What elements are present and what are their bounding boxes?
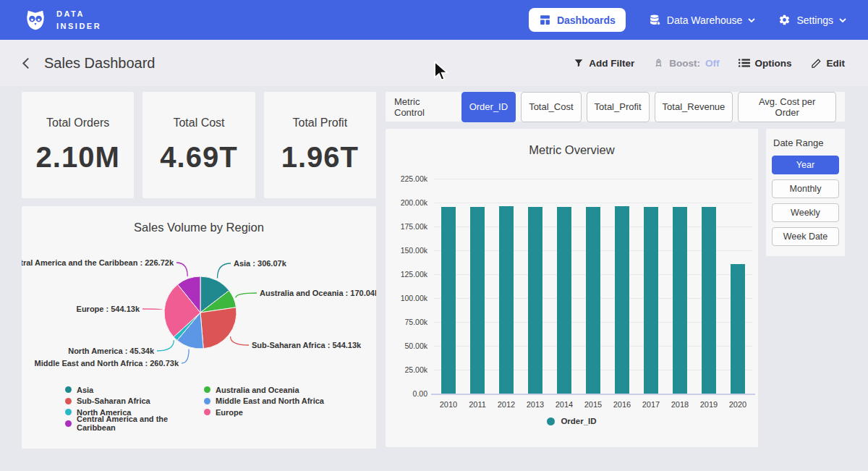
legend-item-asia[interactable]: Asia xyxy=(65,384,204,396)
kpi-row: Total Orders2.10MTotal Cost4.69TTotal Pr… xyxy=(22,92,376,198)
add-filter-label: Add Filter xyxy=(589,58,634,69)
bar-chart: 0.0025.00k50.00k75.00k100.00k125.00k150.… xyxy=(386,129,758,447)
bar-2020[interactable] xyxy=(731,264,745,394)
date-range-option-monthly[interactable]: Monthly xyxy=(772,179,839,198)
pie-chart-card: Sales Volume by Region Asia : 306.07kAus… xyxy=(22,206,376,449)
edit-button[interactable]: Edit xyxy=(811,58,846,69)
y-axis-tick: 125.00k xyxy=(386,270,427,279)
bar-2015[interactable] xyxy=(586,207,600,394)
pencil-icon xyxy=(811,58,822,69)
bar-2010[interactable] xyxy=(441,207,456,394)
metric-control-label: Metric Control xyxy=(394,96,453,118)
dashboards-button[interactable]: Dashboards xyxy=(529,8,626,32)
x-axis-tick: 2018 xyxy=(665,400,694,409)
metric-option-total-cost[interactable]: Total_Cost xyxy=(521,92,581,122)
y-axis-tick: 25.00k xyxy=(386,365,427,374)
settings-menu[interactable]: Settings xyxy=(778,14,846,26)
bar-chart-legend[interactable]: Order_ID xyxy=(386,417,758,425)
legend-dot xyxy=(65,409,72,415)
kpi-value: 1.96T xyxy=(281,141,359,174)
filter-funnel-icon xyxy=(574,58,584,68)
options-button[interactable]: Options xyxy=(739,58,792,69)
pie-legend: AsiaSub-Saharan AfricaNorth AmericaCentr… xyxy=(65,384,324,429)
kpi-card: Total Orders2.10M xyxy=(22,92,134,198)
page-header: Sales Dashboard Add Filter Boost: Off Op… xyxy=(0,40,868,86)
settings-label: Settings xyxy=(796,14,833,26)
metric-option-total-revenue[interactable]: Total_Revenue xyxy=(655,92,733,122)
kpi-card: Total Cost4.69T xyxy=(142,92,255,198)
pie-label-leader xyxy=(236,293,257,297)
pie-slice-label: Sub-Saharan Africa : 544.13k xyxy=(252,341,362,349)
legend-item-sub-saharan-africa[interactable]: Sub-Saharan Africa xyxy=(65,396,204,407)
legend-item-australia-and-oceania[interactable]: Australia and Oceania xyxy=(204,384,324,396)
legend-dot xyxy=(547,417,555,425)
dashboards-grid-icon xyxy=(539,14,551,26)
back-button[interactable] xyxy=(20,56,31,71)
top-navbar: DATA INSIDER Dashboards Data Warehouse xyxy=(0,0,868,40)
chevron-down-icon xyxy=(748,18,755,22)
legend-item-europe[interactable]: Europe xyxy=(204,407,324,418)
legend-dot xyxy=(65,386,72,393)
gridline xyxy=(434,179,752,179)
y-axis-tick: 0.00 xyxy=(386,389,427,398)
database-icon xyxy=(649,14,661,26)
bar-2012[interactable] xyxy=(499,206,514,394)
header-toolbar: Add Filter Boost: Off Options Edit xyxy=(574,58,845,69)
legend-dot xyxy=(65,420,72,427)
bar-2019[interactable] xyxy=(702,207,716,394)
page-title: Sales Dashboard xyxy=(44,55,574,72)
legend-label: Order_ID xyxy=(561,417,596,425)
x-axis-tick: 2020 xyxy=(723,400,752,409)
date-range-option-year[interactable]: Year xyxy=(772,156,839,174)
pie-label-leader xyxy=(142,309,162,310)
y-axis-tick: 175.00k xyxy=(386,222,427,231)
bar-2017[interactable] xyxy=(644,207,658,394)
metric-option-total-profit[interactable]: Total_Profit xyxy=(587,92,650,122)
bar-2014[interactable] xyxy=(557,207,571,394)
legend-label: Middle East and North Africa xyxy=(216,396,324,405)
brand-text: DATA INSIDER xyxy=(56,8,101,32)
y-axis-tick: 50.00k xyxy=(386,341,427,350)
legend-column: Australia and OceaniaMiddle East and Nor… xyxy=(204,384,324,429)
list-options-icon xyxy=(739,58,750,68)
metric-option-order-id[interactable]: Order_ID xyxy=(461,92,516,122)
pie-label-leader xyxy=(182,349,189,364)
kpi-value: 2.10M xyxy=(36,141,120,174)
pie-slice-label: North America : 45.34k xyxy=(68,347,155,355)
date-range-option-weekly[interactable]: Weekly xyxy=(772,203,839,222)
y-axis-tick: 200.00k xyxy=(386,198,427,207)
pie-slice-label: Central America and the Caribbean : 226.… xyxy=(22,258,174,267)
x-axis-tick: 2016 xyxy=(608,400,637,409)
legend-item-middle-east-and-north-africa[interactable]: Middle East and North Africa xyxy=(204,396,324,407)
bar-2011[interactable] xyxy=(470,207,485,394)
boost-toggle[interactable]: Boost: Off xyxy=(653,58,719,69)
pie-slice-label: Asia : 306.07k xyxy=(234,259,287,268)
pie-slice-label: Europe : 544.13k xyxy=(77,305,140,313)
metric-option-avg-cost-per-order[interactable]: Avg. Cost per Order xyxy=(738,92,836,122)
navbar-menu: Dashboards Data Warehouse Settings xyxy=(529,8,846,32)
brand: DATA INSIDER xyxy=(22,7,101,34)
date-range-option-week-date[interactable]: Week Date xyxy=(772,227,839,246)
legend-dot xyxy=(204,386,210,393)
legend-label: Australia and Oceania xyxy=(216,386,299,394)
chevron-left-icon xyxy=(22,57,30,69)
kpi-card: Total Profit1.96T xyxy=(264,92,376,198)
main-content: Total Orders2.10MTotal Cost4.69TTotal Pr… xyxy=(0,86,868,449)
bar-2013[interactable] xyxy=(528,207,542,394)
chevron-down-icon xyxy=(839,18,846,22)
pie-slice-sub-saharan-africa[interactable] xyxy=(200,307,237,349)
x-axis-tick: 2010 xyxy=(434,400,463,409)
add-filter-button[interactable]: Add Filter xyxy=(574,58,634,69)
legend-item-central-america-and-the-caribbean[interactable]: Central America and the Caribbean xyxy=(65,418,204,430)
data-warehouse-menu[interactable]: Data Warehouse xyxy=(649,14,756,26)
bar-2018[interactable] xyxy=(673,207,687,394)
x-axis-tick: 2011 xyxy=(463,400,492,409)
y-axis-tick: 75.00k xyxy=(386,318,427,326)
x-axis-tick: 2012 xyxy=(492,400,521,409)
legend-label: Asia xyxy=(77,386,93,394)
data-warehouse-label: Data Warehouse xyxy=(667,14,743,26)
bar-2016[interactable] xyxy=(615,206,629,394)
y-axis-tick: 225.00k xyxy=(386,174,427,183)
pie-slice-label: Australia and Oceania : 170.04k xyxy=(260,289,376,297)
kpi-label: Total Orders xyxy=(46,116,109,130)
